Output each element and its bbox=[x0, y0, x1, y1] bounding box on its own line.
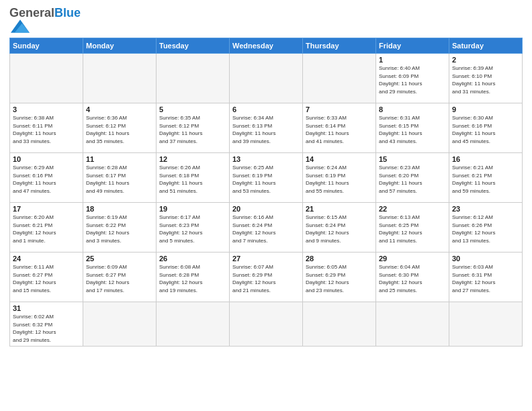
day-number: 25 bbox=[86, 255, 153, 263]
calendar-cell bbox=[83, 54, 157, 103]
day-info: Sunrise: 6:23 AM Sunset: 6:20 PM Dayligh… bbox=[379, 164, 446, 195]
calendar-cell bbox=[83, 302, 157, 347]
day-info: Sunrise: 6:25 AM Sunset: 6:19 PM Dayligh… bbox=[232, 164, 300, 195]
calendar-cell: 8Sunrise: 6:31 AM Sunset: 6:15 PM Daylig… bbox=[376, 103, 449, 153]
day-info: Sunrise: 6:40 AM Sunset: 6:09 PM Dayligh… bbox=[379, 64, 446, 95]
day-number: 18 bbox=[86, 205, 153, 213]
logo: GeneralBlue bbox=[9, 7, 81, 34]
day-number: 13 bbox=[232, 155, 300, 163]
day-info: Sunrise: 6:12 AM Sunset: 6:26 PM Dayligh… bbox=[452, 214, 519, 244]
calendar-cell: 6Sunrise: 6:34 AM Sunset: 6:13 PM Daylig… bbox=[230, 103, 303, 153]
day-number: 17 bbox=[13, 205, 80, 213]
calendar-cell: 1Sunrise: 6:40 AM Sunset: 6:09 PM Daylig… bbox=[376, 54, 449, 103]
day-number: 31 bbox=[13, 304, 80, 312]
day-info: Sunrise: 6:17 AM Sunset: 6:23 PM Dayligh… bbox=[159, 214, 226, 244]
day-number: 23 bbox=[452, 205, 519, 213]
calendar-cell: 29Sunrise: 6:04 AM Sunset: 6:30 PM Dayli… bbox=[376, 253, 449, 302]
day-info: Sunrise: 6:07 AM Sunset: 6:29 PM Dayligh… bbox=[232, 263, 300, 294]
page: GeneralBlue SundayMondayTuesdayWednesday… bbox=[0, 0, 532, 351]
day-number: 21 bbox=[306, 205, 373, 213]
day-number: 12 bbox=[159, 155, 226, 163]
day-info: Sunrise: 6:16 AM Sunset: 6:24 PM Dayligh… bbox=[232, 214, 300, 244]
calendar-cell bbox=[10, 54, 83, 103]
day-number: 10 bbox=[13, 155, 80, 163]
day-info: Sunrise: 6:19 AM Sunset: 6:22 PM Dayligh… bbox=[86, 214, 153, 244]
calendar-cell: 15Sunrise: 6:23 AM Sunset: 6:20 PM Dayli… bbox=[376, 153, 449, 203]
calendar-cell bbox=[157, 302, 230, 347]
calendar-cell: 17Sunrise: 6:20 AM Sunset: 6:21 PM Dayli… bbox=[10, 203, 83, 253]
day-info: Sunrise: 6:20 AM Sunset: 6:21 PM Dayligh… bbox=[13, 214, 80, 244]
week-row-5: 31Sunrise: 6:02 AM Sunset: 6:32 PM Dayli… bbox=[10, 302, 523, 347]
day-number: 1 bbox=[379, 56, 446, 64]
day-number: 29 bbox=[379, 255, 446, 263]
day-number: 20 bbox=[232, 205, 300, 213]
day-info: Sunrise: 6:26 AM Sunset: 6:18 PM Dayligh… bbox=[159, 164, 226, 195]
calendar-cell: 22Sunrise: 6:13 AM Sunset: 6:25 PM Dayli… bbox=[376, 203, 449, 253]
day-info: Sunrise: 6:03 AM Sunset: 6:31 PM Dayligh… bbox=[452, 263, 519, 294]
day-info: Sunrise: 6:28 AM Sunset: 6:17 PM Dayligh… bbox=[86, 164, 153, 195]
calendar-cell: 14Sunrise: 6:24 AM Sunset: 6:19 PM Dayli… bbox=[303, 153, 376, 203]
day-info: Sunrise: 6:13 AM Sunset: 6:25 PM Dayligh… bbox=[379, 214, 446, 244]
weekday-friday: Friday bbox=[376, 38, 449, 54]
day-number: 22 bbox=[379, 205, 446, 213]
day-info: Sunrise: 6:36 AM Sunset: 6:12 PM Dayligh… bbox=[86, 114, 153, 145]
weekday-header-row: SundayMondayTuesdayWednesdayThursdayFrid… bbox=[10, 38, 523, 54]
week-row-2: 10Sunrise: 6:29 AM Sunset: 6:16 PM Dayli… bbox=[10, 153, 523, 203]
calendar-cell: 26Sunrise: 6:08 AM Sunset: 6:28 PM Dayli… bbox=[157, 253, 230, 302]
calendar-cell: 27Sunrise: 6:07 AM Sunset: 6:29 PM Dayli… bbox=[230, 253, 303, 302]
week-row-4: 24Sunrise: 6:11 AM Sunset: 6:27 PM Dayli… bbox=[10, 253, 523, 302]
calendar-cell: 23Sunrise: 6:12 AM Sunset: 6:26 PM Dayli… bbox=[449, 203, 523, 253]
weekday-wednesday: Wednesday bbox=[230, 38, 303, 54]
calendar-cell: 2Sunrise: 6:39 AM Sunset: 6:10 PM Daylig… bbox=[449, 54, 523, 103]
calendar-cell bbox=[303, 54, 376, 103]
calendar-cell bbox=[449, 302, 523, 347]
day-info: Sunrise: 6:38 AM Sunset: 6:11 PM Dayligh… bbox=[13, 114, 80, 145]
day-info: Sunrise: 6:05 AM Sunset: 6:29 PM Dayligh… bbox=[306, 263, 373, 294]
day-number: 6 bbox=[232, 105, 300, 113]
day-info: Sunrise: 6:21 AM Sunset: 6:21 PM Dayligh… bbox=[452, 164, 519, 195]
header: GeneralBlue bbox=[9, 7, 523, 34]
day-info: Sunrise: 6:24 AM Sunset: 6:19 PM Dayligh… bbox=[306, 164, 373, 195]
day-info: Sunrise: 6:39 AM Sunset: 6:10 PM Dayligh… bbox=[452, 64, 519, 95]
calendar-cell bbox=[230, 54, 303, 103]
day-info: Sunrise: 6:30 AM Sunset: 6:16 PM Dayligh… bbox=[452, 114, 519, 145]
day-number: 5 bbox=[159, 105, 226, 113]
day-number: 2 bbox=[452, 56, 519, 64]
day-info: Sunrise: 6:29 AM Sunset: 6:16 PM Dayligh… bbox=[13, 164, 80, 195]
calendar-cell: 4Sunrise: 6:36 AM Sunset: 6:12 PM Daylig… bbox=[83, 103, 157, 153]
week-row-1: 3Sunrise: 6:38 AM Sunset: 6:11 PM Daylig… bbox=[10, 103, 523, 153]
calendar-cell: 11Sunrise: 6:28 AM Sunset: 6:17 PM Dayli… bbox=[83, 153, 157, 203]
calendar-cell: 12Sunrise: 6:26 AM Sunset: 6:18 PM Dayli… bbox=[157, 153, 230, 203]
calendar-cell: 19Sunrise: 6:17 AM Sunset: 6:23 PM Dayli… bbox=[157, 203, 230, 253]
calendar-cell: 20Sunrise: 6:16 AM Sunset: 6:24 PM Dayli… bbox=[230, 203, 303, 253]
day-number: 27 bbox=[232, 255, 300, 263]
calendar-cell: 25Sunrise: 6:09 AM Sunset: 6:27 PM Dayli… bbox=[83, 253, 157, 302]
day-info: Sunrise: 6:08 AM Sunset: 6:28 PM Dayligh… bbox=[159, 263, 226, 294]
day-number: 4 bbox=[86, 105, 153, 113]
calendar-cell bbox=[376, 302, 449, 347]
logo-icon bbox=[11, 19, 30, 34]
day-info: Sunrise: 6:02 AM Sunset: 6:32 PM Dayligh… bbox=[13, 313, 80, 344]
calendar-cell: 28Sunrise: 6:05 AM Sunset: 6:29 PM Dayli… bbox=[303, 253, 376, 302]
weekday-thursday: Thursday bbox=[303, 38, 376, 54]
day-info: Sunrise: 6:35 AM Sunset: 6:12 PM Dayligh… bbox=[159, 114, 226, 145]
calendar-cell: 30Sunrise: 6:03 AM Sunset: 6:31 PM Dayli… bbox=[449, 253, 523, 302]
logo-text: GeneralBlue bbox=[9, 7, 81, 19]
day-number: 8 bbox=[379, 105, 446, 113]
day-number: 7 bbox=[306, 105, 373, 113]
calendar-cell: 10Sunrise: 6:29 AM Sunset: 6:16 PM Dayli… bbox=[10, 153, 83, 203]
day-number: 11 bbox=[86, 155, 153, 163]
calendar-cell: 3Sunrise: 6:38 AM Sunset: 6:11 PM Daylig… bbox=[10, 103, 83, 153]
day-number: 26 bbox=[159, 255, 226, 263]
calendar-cell: 7Sunrise: 6:33 AM Sunset: 6:14 PM Daylig… bbox=[303, 103, 376, 153]
calendar-table: SundayMondayTuesdayWednesdayThursdayFrid… bbox=[9, 38, 523, 347]
day-number: 28 bbox=[306, 255, 373, 263]
calendar-cell: 5Sunrise: 6:35 AM Sunset: 6:12 PM Daylig… bbox=[157, 103, 230, 153]
day-info: Sunrise: 6:09 AM Sunset: 6:27 PM Dayligh… bbox=[86, 263, 153, 294]
calendar-cell bbox=[157, 54, 230, 103]
day-info: Sunrise: 6:31 AM Sunset: 6:15 PM Dayligh… bbox=[379, 114, 446, 145]
weekday-tuesday: Tuesday bbox=[157, 38, 230, 54]
weekday-sunday: Sunday bbox=[10, 38, 83, 54]
weekday-monday: Monday bbox=[83, 38, 157, 54]
calendar-cell bbox=[230, 302, 303, 347]
